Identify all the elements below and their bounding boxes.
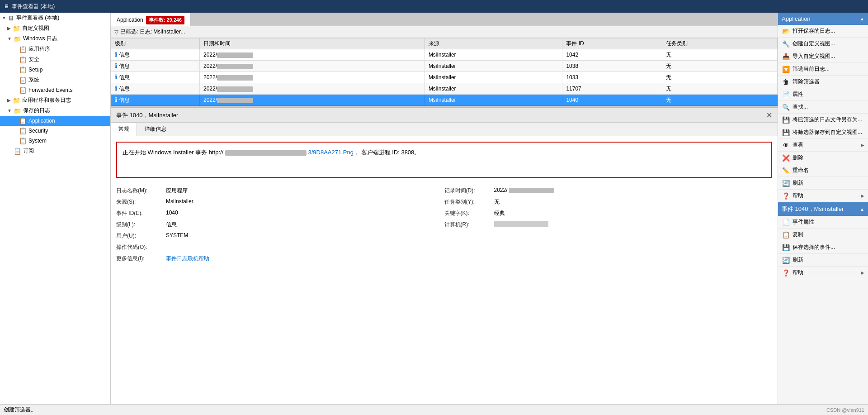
right-action-----------[interactable]: 💾保存选择的事件...	[778, 241, 868, 254]
right-action----------[interactable]: 🔽筛选当前日志...	[778, 63, 868, 76]
col-source[interactable]: 来源	[425, 38, 562, 49]
detail-fields: 日志名称(M): 应用程序 来源(S): MsiInstaller 事件 ID(…	[116, 185, 772, 264]
cell-source: MsiInstaller	[425, 95, 562, 106]
right-action---[interactable]: ❓帮助▶	[778, 267, 868, 279]
cell-taskcategory: 无	[662, 83, 778, 95]
field-moreinfo-link[interactable]: 事件日志联机帮助	[166, 255, 209, 262]
field-taskcategory-value: 无	[494, 198, 500, 206]
cell-taskcategory: 无	[662, 95, 778, 106]
col-eventid[interactable]: 事件 ID	[562, 38, 662, 49]
field-level-label: 级别(L):	[116, 221, 166, 229]
sidebar-item-saved-security[interactable]: 📋Security	[0, 126, 110, 136]
right-action------[interactable]: 🔍查找...	[778, 101, 868, 114]
tab-application[interactable]: Application 事件数: 29,246	[111, 13, 190, 26]
detail-close-button[interactable]: ✕	[766, 111, 772, 119]
action-icon: 💾	[782, 129, 790, 136]
field-eventid-label: 事件 ID(E):	[116, 210, 166, 217]
right-action------[interactable]: 🗑清除筛选器	[778, 76, 868, 88]
tab-bar: Application 事件数: 29,246	[111, 13, 778, 26]
detail-tab-general[interactable]: 常规	[111, 123, 137, 136]
right-action---[interactable]: 👁查看▶	[778, 139, 868, 152]
sidebar-item-label: 安全	[28, 56, 39, 63]
right-action-----------[interactable]: 📥导入自定义视图...	[778, 50, 868, 63]
table-row[interactable]: ℹ信息 2022/ MsiInstaller 11707 无	[111, 83, 778, 95]
sidebar-item-custom-views[interactable]: ▶📁自定义视图	[0, 23, 110, 33]
action-label: 帮助	[793, 192, 803, 200]
message-link[interactable]: 3/9D8AA271.Png	[308, 149, 353, 156]
sidebar-item-label: Windows 日志	[23, 35, 57, 43]
table-row[interactable]: ℹ信息 2022/ MsiInstaller 1040 无	[111, 95, 778, 106]
sidebar-item-security[interactable]: 📋安全	[0, 54, 110, 65]
event-list[interactable]: 级别 日期和时间 来源 事件 ID 任务类别 ℹ信息 2022/ MsiInst…	[111, 38, 778, 106]
event-detail: 事件 1040，MsiInstaller ✕ 常规 详细信息 正在开始 Wind…	[111, 108, 778, 404]
sidebar-item-subscriptions[interactable]: 📋订阅	[0, 146, 110, 156]
action-icon: 🔧	[782, 40, 790, 48]
right-action---[interactable]: ❌删除	[778, 152, 868, 164]
sidebar-item-forwarded-events[interactable]: 📋Forwarded Events	[0, 85, 110, 95]
action-label: 保存选择的事件...	[793, 243, 835, 251]
field-source-label: 来源(S):	[116, 198, 166, 206]
action-icon: ❓	[782, 192, 790, 200]
right-panel: Application▲📂打开保存的日志...🔧创建自定义视图...📥导入自定义…	[778, 13, 868, 404]
right-action---[interactable]: ❓帮助▶	[778, 190, 868, 202]
action-icon: 💾	[782, 116, 790, 124]
sidebar-item-label: 订阅	[23, 147, 34, 155]
field-taskcategory: 任务类别(Y): 无	[444, 196, 773, 208]
field-user-label: 用户(U):	[116, 232, 166, 240]
info-icon: ℹ	[115, 73, 117, 81]
action-label: 将筛选器保存到自定义视图...	[793, 129, 862, 136]
field-recordtime-value: 2022/	[494, 187, 554, 193]
table-row[interactable]: ℹ信息 2022/ MsiInstaller 1042 无	[111, 49, 778, 61]
sidebar-item-label: Security	[28, 128, 48, 134]
sidebar-item-setup[interactable]: 📋Setup	[0, 65, 110, 75]
cell-taskcategory: 无	[662, 49, 778, 61]
field-recordtime: 记录时间(D): 2022/	[444, 185, 773, 196]
col-taskcategory[interactable]: 任务类别	[662, 38, 778, 49]
sidebar-item-icon: 📁	[14, 107, 21, 114]
field-logname-label: 日志名称(M):	[116, 187, 166, 195]
field-computer: 计算机(R):	[444, 219, 773, 230]
action-label: 导入自定义视图...	[793, 52, 835, 60]
right-action-----[interactable]: 📄事件属性	[778, 216, 868, 229]
sidebar-item-saved-system[interactable]: 📋System	[0, 136, 110, 146]
sidebar-item-event-viewer[interactable]: ▼🖥事件查看器 (本地)	[0, 13, 110, 23]
right-action---[interactable]: 📄属性	[778, 88, 868, 101]
sidebar-item-app-services[interactable]: ▶📁应用程序和服务日志	[0, 95, 110, 105]
sidebar-item-icon: 📁	[13, 25, 20, 32]
col-level[interactable]: 级别	[111, 38, 200, 49]
sidebar-item-saved-logs[interactable]: ▼📁保存的日志	[0, 105, 110, 116]
action-icon: 🔽	[782, 66, 790, 73]
right-section-header-application-section[interactable]: Application▲	[778, 13, 868, 25]
right-section-header-event-section[interactable]: 事件 1040，MsiInstaller▲	[778, 202, 868, 216]
sidebar-item-system[interactable]: 📋系统	[0, 75, 110, 85]
sidebar-item-icon: 📋	[19, 86, 27, 94]
right-action-----------[interactable]: 🔧创建自定义视图...	[778, 38, 868, 50]
cell-source: MsiInstaller	[425, 72, 562, 83]
right-action-----------[interactable]: 📂打开保存的日志...	[778, 25, 868, 38]
right-action----[interactable]: ✏️重命名	[778, 164, 868, 177]
chevron-up-icon: ▲	[860, 207, 864, 212]
sidebar-item-application[interactable]: 📋应用程序	[0, 44, 110, 54]
action-icon: 📋	[782, 231, 790, 239]
detail-header: 事件 1040，MsiInstaller ✕	[111, 108, 778, 123]
field-logname: 日志名称(M): 应用程序	[116, 185, 444, 196]
sidebar-item-icon: 📋	[19, 117, 27, 124]
title-bar-icon: 🖥	[4, 3, 9, 10]
sidebar-item-icon: 📋	[19, 56, 27, 63]
sidebar-item-saved-application[interactable]: 📋Application	[0, 116, 110, 126]
sidebar-item-label: System	[28, 138, 47, 144]
right-action---[interactable]: 🔄刷新	[778, 177, 868, 190]
right-action----------------[interactable]: 💾将筛选器保存到自定义视图...	[778, 126, 868, 139]
col-datetime[interactable]: 日期和时间	[199, 38, 425, 49]
action-icon: 🔄	[782, 180, 790, 187]
detail-tab-details[interactable]: 详细信息	[137, 123, 174, 136]
sidebar-item-windows-logs[interactable]: ▼📁Windows 日志	[0, 33, 110, 44]
table-row[interactable]: ℹ信息 2022/ MsiInstaller 1038 无	[111, 61, 778, 72]
expand-icon: ▶	[7, 98, 11, 103]
right-action---[interactable]: 📋复制	[778, 229, 868, 241]
right-action---[interactable]: 🔄刷新	[778, 254, 868, 267]
right-action----------------[interactable]: 💾将已筛选的日志文件另存为...	[778, 114, 868, 126]
field-eventid: 事件 ID(E): 1040	[116, 208, 444, 219]
filter-icon: ▽	[114, 29, 118, 35]
table-row[interactable]: ℹ信息 2022/ MsiInstaller 1033 无	[111, 72, 778, 83]
